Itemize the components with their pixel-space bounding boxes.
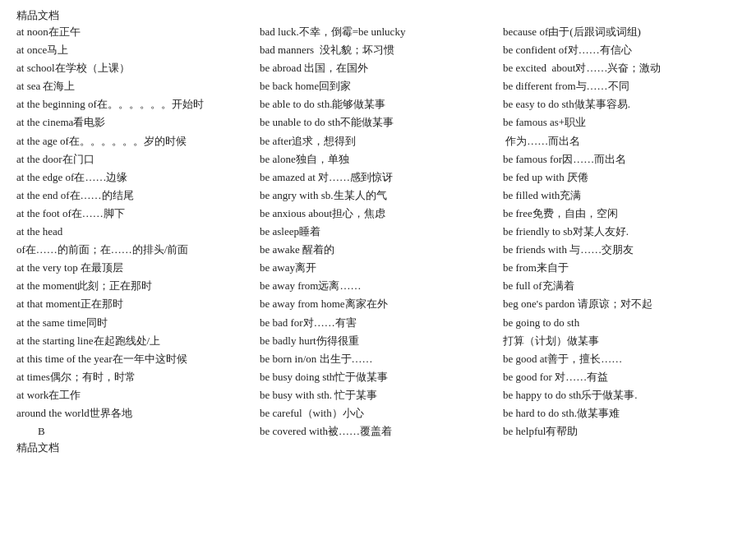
- line-item: be different from与……不同: [503, 77, 733, 95]
- line-item: at this time of the year在一年中这时候: [16, 350, 247, 368]
- line-item: B: [16, 422, 247, 440]
- line-item: be anxious about担心，焦虑: [260, 205, 490, 223]
- line-item: 打算（计划）做某事: [503, 332, 733, 350]
- line-item: at sea 在海上: [16, 77, 247, 95]
- column-0: at noon在正午at once马上at school在学校（上课）at se…: [16, 23, 253, 440]
- footer-text: 精品文档: [16, 441, 59, 454]
- main-content: at noon在正午at once马上at school在学校（上课）at se…: [16, 23, 740, 440]
- line-item: at the head: [16, 223, 247, 241]
- column-1: bad luck.不幸，倒霉=be unluckybad manners 没礼貌…: [253, 23, 496, 440]
- line-item: be easy to do sth做某事容易.: [503, 95, 733, 113]
- line-item: be badly hurt伤得很重: [260, 332, 490, 350]
- line-item: at the moment此刻；正在那时: [16, 277, 247, 295]
- line-item: be away离开: [260, 259, 490, 277]
- page-footer: 精品文档: [16, 440, 740, 455]
- line-item: be born in/on 出生于……: [260, 350, 490, 368]
- line-item: at times偶尔；有时，时常: [16, 368, 247, 386]
- line-item: be abroad 出国，在国外: [260, 59, 490, 77]
- line-item: be after追求，想得到: [260, 132, 490, 150]
- line-item: of在……的前面；在……的排头/前面: [16, 241, 247, 259]
- line-item: 作为……而出名: [503, 132, 733, 150]
- column-2: because of由于(后跟词或词组)be confident of对……有信…: [496, 23, 740, 440]
- header-text: 精品文档: [16, 9, 59, 21]
- line-item: be famous as+职业: [503, 113, 733, 131]
- line-item: be full of充满着: [503, 277, 733, 295]
- line-item: be alone独自，单独: [260, 150, 490, 168]
- line-item: be helpful有帮助: [503, 422, 733, 440]
- line-item: be good at善于，擅长……: [503, 350, 733, 368]
- line-item: be fed up with 厌倦: [503, 168, 733, 187]
- line-item: be friendly to sb对某人友好.: [503, 223, 733, 241]
- line-item: be good for 对……有益: [503, 368, 733, 386]
- line-item: at the very top 在最顶层: [16, 259, 247, 277]
- line-item: be careful（with）小心: [260, 404, 490, 422]
- line-item: at the end of在……的结尾: [16, 187, 247, 205]
- line-item: bad manners 没礼貌；坏习惯: [260, 41, 490, 59]
- line-item: be able to do sth.能够做某事: [260, 95, 490, 113]
- line-item: at the starting line在起跑线处/上: [16, 332, 247, 350]
- line-item: be awake 醒着的: [260, 241, 490, 259]
- page-header: 精品文档: [16, 8, 740, 23]
- line-item: be back home回到家: [260, 77, 490, 95]
- line-item: be confident of对……有信心: [503, 41, 733, 59]
- line-item: be free免费，自由，空闲: [503, 205, 733, 223]
- line-item: at the edge of在……边缘: [16, 168, 247, 187]
- line-item: at the cinema看电影: [16, 113, 247, 131]
- line-item: be friends with 与……交朋友: [503, 241, 733, 259]
- line-item: at school在学校（上课）: [16, 59, 247, 77]
- line-item: be hard to do sth.做某事难: [503, 404, 733, 422]
- line-item: be busy with sth. 忙于某事: [260, 386, 490, 404]
- line-item: be angry with sb.生某人的气: [260, 187, 490, 205]
- line-item: at the foot of在……脚下: [16, 205, 247, 223]
- line-item: be happy to do sth乐于做某事.: [503, 386, 733, 404]
- line-item: be from来自于: [503, 259, 733, 277]
- line-item: be away from home离家在外: [260, 295, 490, 313]
- line-item: at the same time同时: [16, 314, 247, 332]
- line-item: be amazed at 对……感到惊讶: [260, 168, 490, 187]
- line-item: at that moment正在那时: [16, 295, 247, 313]
- line-item: be busy doing sth忙于做某事: [260, 368, 490, 386]
- line-item: because of由于(后跟词或词组): [503, 23, 733, 41]
- line-item: around the world世界各地: [16, 404, 247, 422]
- line-item: be covered with被……覆盖着: [260, 422, 490, 440]
- line-item: at noon在正午: [16, 23, 247, 41]
- line-item: be going to do sth: [503, 314, 733, 332]
- line-item: at work在工作: [16, 386, 247, 404]
- line-item: at the beginning of在。。。。。。开始时: [16, 95, 247, 113]
- line-item: beg one's pardon 请原谅；对不起: [503, 295, 733, 313]
- line-item: at the door在门口: [16, 150, 247, 168]
- line-item: be unable to do sth不能做某事: [260, 113, 490, 131]
- line-item: at the age of在。。。。。。岁的时候: [16, 132, 247, 150]
- line-item: be famous for因……而出名: [503, 150, 733, 168]
- line-item: be asleep睡着: [260, 223, 490, 241]
- line-item: bad luck.不幸，倒霉=be unlucky: [260, 23, 490, 41]
- line-item: at once马上: [16, 41, 247, 59]
- line-item: be bad for对……有害: [260, 314, 490, 332]
- line-item: be excited about对……兴奋；激动: [503, 59, 733, 77]
- line-item: be filled with充满: [503, 187, 733, 205]
- line-item: be away from远离……: [260, 277, 490, 295]
